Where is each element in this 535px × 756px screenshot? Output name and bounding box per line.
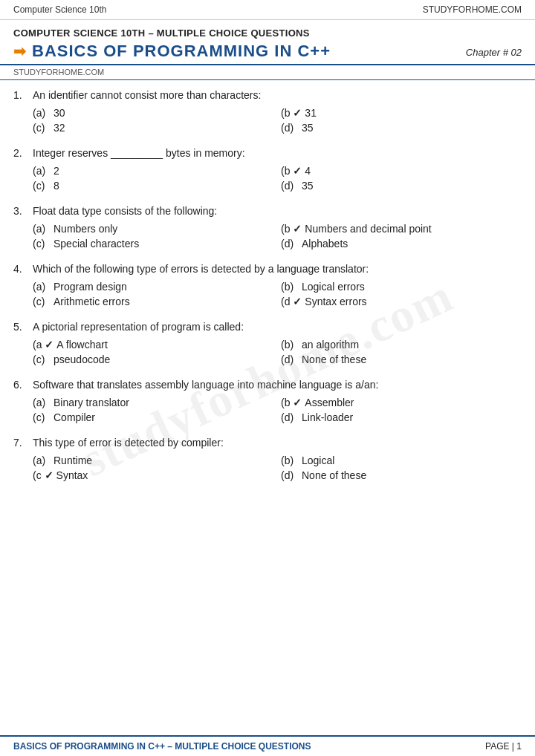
option-text-6-1: Binary translator (54, 397, 129, 408)
option-item-3-2: (b ✓Numbers and decimal point (281, 223, 522, 235)
option-label-5-1: (a ✓ (33, 339, 54, 351)
option-text-2-1: 2 (54, 165, 59, 177)
option-label-4-1: (a) (33, 281, 51, 293)
site-label: STUDYFORHOME.COM (0, 65, 535, 80)
option-item-7-1: (a)Runtime (33, 454, 273, 466)
top-bar-left: Computer Science 10th (13, 4, 106, 15)
option-item-2-1: (a)2 (33, 165, 273, 177)
option-item-1-1: (a)30 (33, 107, 273, 119)
option-text-5-2: an algorithm (302, 339, 359, 351)
option-label-2-2: (b ✓ (281, 165, 302, 177)
option-label-5-3: (c) (33, 353, 51, 365)
option-item-4-1: (a)Program design (33, 281, 273, 293)
option-text-3-4: Alphabets (302, 238, 348, 250)
option-item-6-3: (c)Compiler (33, 411, 273, 423)
header-section: COMPUTER SCIENCE 10TH – MULTIPLE CHOICE … (0, 20, 535, 65)
question-num-4: 4. (13, 263, 27, 275)
option-label-1-4: (d) (281, 122, 299, 134)
options-grid-7: (a)Runtime(b)Logical(c ✓Syntax(d)None of… (33, 454, 522, 481)
option-label-3-1: (a) (33, 223, 51, 235)
question-num-1: 1. (13, 89, 27, 101)
option-text-2-3: 8 (54, 180, 59, 192)
question-text-2: Integer reserves _________ bytes in memo… (33, 147, 522, 159)
option-text-1-3: 32 (54, 122, 65, 134)
option-text-3-3: Special characters (54, 238, 139, 250)
option-item-3-1: (a)Numbers only (33, 223, 273, 235)
option-text-3-2: Numbers and decimal point (305, 223, 431, 235)
option-item-4-2: (b)Logical errors (281, 281, 522, 293)
subtitle: BASICS OF PROGRAMMING IN C++ (32, 42, 331, 61)
question-row-6: 6.Software that translates assembly lang… (13, 379, 522, 391)
top-bar: Computer Science 10th STUDYFORHOME.COM (0, 0, 535, 20)
option-item-6-2: (b ✓Assembler (281, 397, 522, 408)
option-text-7-3: Syntax (56, 469, 88, 481)
question-row-4: 4.Which of the following type of errors … (13, 263, 522, 275)
option-item-5-3: (c)pseudocode (33, 353, 273, 365)
option-label-4-3: (c) (33, 296, 51, 307)
option-label-3-2: (b ✓ (281, 223, 302, 235)
question-text-4: Which of the following type of errors is… (33, 263, 522, 275)
options-grid-5: (a ✓A flowchart(b)an algorithm(c)pseudoc… (33, 339, 522, 365)
option-item-2-3: (c)8 (33, 180, 273, 192)
option-text-2-2: 4 (305, 165, 311, 177)
question-row-5: 5.A pictorial representation of program … (13, 321, 522, 333)
question-text-3: Float data type consists of the followin… (33, 205, 522, 217)
option-item-2-2: (b ✓4 (281, 165, 522, 177)
option-item-5-2: (b)an algorithm (281, 339, 522, 351)
question-num-2: 2. (13, 147, 27, 159)
option-item-1-4: (d)35 (281, 122, 522, 134)
question-block-4: 4.Which of the following type of errors … (13, 263, 522, 307)
option-text-1-2: 31 (305, 107, 317, 119)
options-grid-6: (a)Binary translator(b ✓Assembler(c)Comp… (33, 397, 522, 423)
option-item-7-3: (c ✓Syntax (33, 469, 273, 481)
question-text-1: An identifier cannot consist more than c… (33, 89, 522, 101)
option-label-1-2: (b ✓ (281, 107, 302, 119)
option-text-4-2: Logical errors (302, 281, 365, 293)
footer: BASICS OF PROGRAMMING IN C++ – MULTIPLE … (0, 735, 535, 756)
option-text-5-4: None of these (302, 353, 366, 365)
option-text-4-4: Syntax errors (305, 296, 366, 307)
subtitle-row: ➡ BASICS OF PROGRAMMING IN C++ Chapter #… (13, 42, 522, 61)
option-item-5-4: (d)None of these (281, 353, 522, 365)
arrow-icon: ➡ (13, 42, 26, 60)
option-text-7-2: Logical (302, 454, 334, 466)
option-item-4-3: (c)Arithmetic errors (33, 296, 273, 307)
option-label-6-1: (a) (33, 397, 51, 408)
option-item-5-1: (a ✓A flowchart (33, 339, 273, 351)
option-label-6-3: (c) (33, 411, 51, 423)
question-row-3: 3.Float data type consists of the follow… (13, 205, 522, 217)
option-item-7-4: (d)None of these (281, 469, 522, 481)
option-text-2-4: 35 (302, 180, 314, 192)
question-num-6: 6. (13, 379, 27, 391)
question-num-3: 3. (13, 205, 27, 217)
option-item-1-2: (b ✓31 (281, 107, 522, 119)
question-num-5: 5. (13, 321, 27, 333)
option-text-5-1: A flowchart (56, 339, 107, 351)
page: studyforhome.com Computer Science 10th S… (0, 0, 535, 756)
option-text-6-3: Compiler (54, 411, 95, 423)
option-text-1-4: 35 (302, 122, 314, 134)
option-item-4-4: (d ✓Syntax errors (281, 296, 522, 307)
option-label-5-4: (d) (281, 353, 299, 365)
option-text-6-2: Assembler (305, 397, 354, 408)
question-block-2: 2.Integer reserves _________ bytes in me… (13, 147, 522, 192)
option-text-7-4: None of these (302, 469, 366, 481)
option-item-1-3: (c)32 (33, 122, 273, 134)
option-item-2-4: (d)35 (281, 180, 522, 192)
option-text-3-1: Numbers only (54, 223, 117, 235)
content: 1.An identifier cannot consist more than… (0, 80, 535, 735)
option-text-6-4: Link-loader (302, 411, 353, 423)
option-label-7-3: (c ✓ (33, 469, 54, 481)
option-item-7-2: (b)Logical (281, 454, 522, 466)
option-label-1-3: (c) (33, 122, 51, 134)
top-bar-right: STUDYFORHOME.COM (423, 4, 522, 15)
question-text-7: This type of error is detected by compil… (33, 437, 522, 449)
option-item-3-3: (c)Special characters (33, 238, 273, 250)
option-text-4-1: Program design (54, 281, 127, 293)
question-row-7: 7.This type of error is detected by comp… (13, 437, 522, 449)
option-label-4-2: (b) (281, 281, 299, 293)
option-label-1-1: (a) (33, 107, 51, 119)
question-block-7: 7.This type of error is detected by comp… (13, 437, 522, 481)
chapter-label: Chapter # 02 (466, 47, 522, 61)
question-num-7: 7. (13, 437, 27, 449)
